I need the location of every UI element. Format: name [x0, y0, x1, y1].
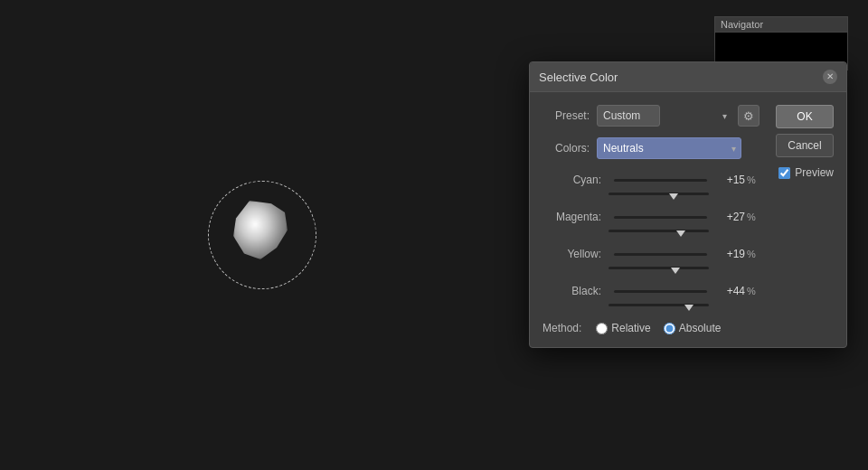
colors-label: Colors: [542, 142, 590, 155]
canvas-area [0, 0, 524, 470]
magenta-thumb[interactable] [676, 230, 685, 237]
selective-color-dialog: Selective Color ✕ OK Cancel Preview Pres… [529, 61, 847, 348]
black-thumb[interactable] [684, 305, 693, 311]
cyan-pct: % [747, 174, 760, 185]
black-pct: % [747, 286, 760, 296]
relative-label: Relative [611, 322, 650, 334]
method-row: Method: Relative Absolute [542, 322, 760, 334]
preset-row: Preset: Custom ⚙ [542, 105, 760, 127]
yellow-pct: % [747, 249, 760, 259]
yellow-row: Yellow: +19 % [542, 248, 760, 260]
selection-circle [208, 181, 316, 289]
gear-button[interactable]: ⚙ [738, 105, 760, 127]
close-button[interactable]: ✕ [823, 70, 837, 84]
navigator-title: Navigator [715, 17, 847, 33]
black-row: Black: +44 % [542, 285, 760, 297]
cyan-thumb[interactable] [669, 193, 678, 200]
magenta-track-bg [609, 230, 709, 232]
magenta-pct: % [747, 212, 760, 222]
absolute-option[interactable]: Absolute [664, 322, 722, 334]
magenta-track[interactable] [614, 216, 707, 219]
cyan-row: Cyan: +15 % [542, 174, 760, 186]
preview-label: Preview [795, 166, 834, 179]
yellow-track-row [609, 263, 709, 274]
preview-row: Preview [778, 166, 834, 179]
ok-button[interactable]: OK [776, 105, 834, 128]
black-label: Black: [542, 285, 601, 297]
preview-checkbox[interactable] [778, 167, 790, 179]
preset-select-wrapper: Custom [597, 105, 732, 127]
yellow-track-bg [609, 267, 709, 269]
yellow-thumb[interactable] [671, 268, 680, 274]
colors-select[interactable]: Neutrals [597, 137, 741, 159]
absolute-label: Absolute [679, 322, 722, 334]
method-label: Method: [542, 322, 581, 334]
cyan-track-row [609, 189, 709, 200]
black-track-row [609, 300, 709, 311]
yellow-label: Yellow: [542, 248, 601, 260]
preset-label: Preset: [542, 109, 590, 122]
cyan-track-bg [609, 193, 709, 195]
preset-select[interactable]: Custom [597, 105, 660, 127]
magenta-value: +27 [712, 211, 745, 223]
yellow-track[interactable] [614, 253, 707, 256]
cyan-track[interactable] [614, 179, 707, 182]
relative-radio[interactable] [596, 323, 608, 334]
magenta-label: Magenta: [542, 211, 601, 223]
absolute-radio[interactable] [664, 323, 675, 334]
cyan-label: Cyan: [542, 174, 601, 186]
magenta-track-row [609, 226, 709, 237]
yellow-value: +19 [712, 248, 745, 260]
black-track-bg [609, 304, 709, 306]
black-track[interactable] [614, 290, 707, 293]
radio-group: Relative Absolute [596, 322, 721, 334]
cyan-value: +15 [712, 174, 745, 186]
cancel-button[interactable]: Cancel [776, 134, 834, 157]
colors-select-wrapper: Neutrals [597, 137, 741, 159]
dialog-title: Selective Color [539, 70, 618, 84]
magenta-row: Magenta: +27 % [542, 211, 760, 223]
black-value: +44 [712, 285, 745, 297]
relative-option[interactable]: Relative [596, 322, 650, 334]
colors-row: Colors: Neutrals [542, 137, 760, 159]
dialog-titlebar: Selective Color ✕ [530, 62, 846, 92]
